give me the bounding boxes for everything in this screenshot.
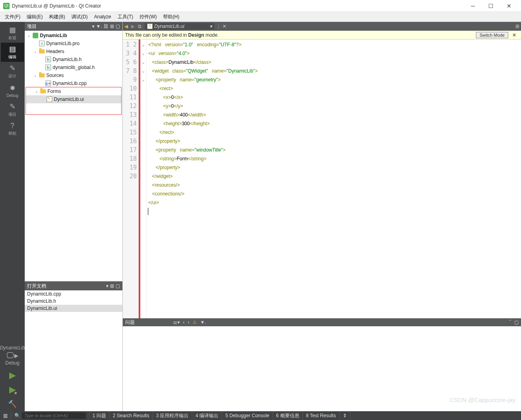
menu-widgets[interactable]: 控件(W) (136, 12, 160, 22)
maximize-button[interactable]: ☐ (482, 0, 500, 12)
tree-header-file[interactable]: hdynamiclib_global.h (25, 63, 122, 71)
tree-headers-folder[interactable]: ⌄Headers (25, 47, 122, 55)
h-file-icon: h (45, 57, 51, 62)
open-docs-list[interactable]: DynamicLib.cpp DynamicLib.h DynamicLib.u… (25, 290, 122, 411)
nav-back-icon[interactable]: ◀ (124, 24, 128, 29)
code-content[interactable]: <?xml version="1.0" encoding="UTF-8"?> <… (147, 39, 521, 318)
toggle-sidebar-button[interactable]: ▥ (0, 411, 11, 420)
window-title: DynamicLib.ui @ DynamicLib - Qt Creator (12, 3, 464, 9)
status-compile[interactable]: 4 编译输出 (192, 411, 222, 420)
issues-pane[interactable] (123, 326, 521, 411)
link-icon[interactable]: ⛓ (104, 24, 108, 29)
expand-icon[interactable]: ▢ (116, 24, 120, 29)
menu-build[interactable]: 构建(B) (46, 12, 68, 22)
prev-issue-icon[interactable]: ‹ (183, 319, 185, 325)
help-icon: ? (10, 122, 14, 130)
minimize-pane-icon[interactable]: ˆ (509, 319, 511, 325)
warning-icon[interactable]: ⚠ (193, 319, 197, 325)
project-pane-title: 项目 (27, 23, 90, 30)
search-icon: 🔍 (14, 413, 20, 418)
split-icon[interactable]: ⊞ (515, 24, 519, 29)
open-doc-item[interactable]: DynamicLib.cpp (25, 290, 122, 298)
locator-input[interactable] (22, 412, 86, 419)
mode-projects[interactable]: ✎项目 (1, 100, 24, 119)
bug-icon: ✹ (10, 84, 16, 93)
kit-config: Debug (5, 360, 19, 366)
menu-file[interactable]: 文件(F) (2, 12, 24, 22)
menu-debug[interactable]: 调试(D) (68, 12, 91, 22)
app-icon: Qt (3, 3, 10, 9)
status-general[interactable]: 6 概要信息 (273, 411, 303, 420)
close-pane-icon[interactable]: ▢ (514, 319, 519, 325)
tree-forms-folder[interactable]: ⌄Forms (26, 87, 121, 95)
project-tree[interactable]: ⌄DynamicLib ≡DynamicLib.pro ⌄Headers hDy… (25, 31, 122, 281)
open-doc-item[interactable]: DynamicLib.h (25, 298, 122, 305)
line-number-gutter: 1 2 3 4 5 6 7 8 9 10 11 12 13 14 15 16 1… (123, 39, 139, 318)
tree-pro-file[interactable]: ≡DynamicLib.pro (25, 39, 122, 47)
status-search[interactable]: 2 Search Results (110, 411, 153, 420)
status-bar: ▥ 🔍 1 问题 2 Search Results 3 应用程序输出 4 编译输… (0, 411, 521, 420)
status-issues[interactable]: 1 问题 (89, 411, 110, 420)
tree-source-file[interactable]: c+DynamicLib.cpp (25, 79, 122, 87)
next-issue-icon[interactable]: › (188, 319, 189, 325)
ui-file-icon (47, 97, 52, 102)
dropdown-icon[interactable]: ▾ (106, 283, 108, 289)
nav-fwd-icon[interactable]: ▶ (131, 24, 135, 29)
title-bar: Qt DynamicLib.ui @ DynamicLib - Qt Creat… (0, 0, 521, 12)
ui-file-icon (147, 24, 153, 29)
editor-toolbar: ◀ ▶ ⧉ DynamicLib.ui ▾ | ✕ ⊞ (123, 22, 521, 31)
warn-text-suffix: mode. (204, 32, 219, 38)
edit-icon: ▤ (9, 45, 16, 53)
warn-text-bold: Design (188, 32, 204, 38)
readonly-warning: This file can only be edited in Design m… (123, 31, 521, 39)
mode-design[interactable]: ✎设计 (1, 62, 24, 81)
status-debugger[interactable]: 5 Debugger Console (222, 411, 273, 420)
minimize-button[interactable]: ─ (464, 0, 482, 12)
file-selector[interactable]: DynamicLib.ui ▾ (145, 23, 214, 30)
close-warning-icon[interactable]: ✕ (510, 32, 519, 38)
dropdown-icon[interactable]: ▾ (92, 24, 94, 29)
grid-icon: ▦ (9, 26, 16, 34)
pencil-icon: ✎ (10, 64, 16, 73)
add-split-icon[interactable]: ⊞ (110, 24, 114, 29)
kit-project: DynamicLib (0, 345, 25, 351)
open-doc-item[interactable]: DynamicLib.ui (25, 305, 122, 312)
tree-root[interactable]: ⌄DynamicLib (25, 32, 122, 39)
mode-help[interactable]: ?帮助 (1, 119, 24, 138)
menu-tools[interactable]: 工具(T) (114, 12, 136, 22)
tree-header-file[interactable]: hDynamicLib.h (25, 55, 122, 63)
menu-analyze[interactable]: Analyze (91, 13, 114, 21)
mode-edit[interactable]: ▤编辑 (1, 43, 24, 62)
build-button[interactable]: 🔨 (4, 397, 20, 411)
add-split-icon[interactable]: ⊞ (110, 283, 114, 289)
close-doc-icon[interactable]: ✕ (222, 24, 226, 29)
bookmark-icon[interactable]: ⧉ (138, 24, 142, 29)
status-tests[interactable]: 8 Test Results (303, 411, 340, 420)
locator[interactable]: 🔍 (11, 411, 89, 420)
run-debug-button[interactable]: ▶✹ (4, 383, 20, 397)
run-button[interactable]: ▶ (4, 368, 20, 383)
kit-selector[interactable]: DynamicLib 🖵▸ Debug (1, 343, 24, 368)
mode-welcome[interactable]: ▦欢迎 (1, 24, 24, 43)
filter-icon[interactable]: ▼. (96, 24, 102, 29)
filter-icon[interactable]: ⚌▾ (173, 319, 180, 325)
mode-debug[interactable]: ✹Debug (1, 81, 24, 100)
fold-column[interactable]: ⌄ ⌄ ⌄ ⌄ ⌄ (140, 39, 147, 318)
status-appoutput[interactable]: 3 应用程序输出 (153, 411, 192, 420)
monitor-icon: 🖵▸ (6, 351, 18, 360)
menu-help[interactable]: 帮助(H) (160, 12, 183, 22)
switch-mode-button[interactable]: Switch Mode (476, 32, 508, 38)
issues-header: 问题 ⚌▾ ‹ › ⚠ ▼. ˆ ▢ (123, 318, 521, 326)
tree-sources-folder[interactable]: ⌄Sources (25, 71, 122, 79)
wrench-icon: ✎ (10, 102, 16, 111)
expand-icon[interactable]: ▢ (116, 283, 120, 289)
menu-edit[interactable]: 编辑(E) (24, 12, 46, 22)
filter2-icon[interactable]: ▼. (200, 319, 206, 325)
folder-icon (39, 49, 45, 54)
tree-form-file[interactable]: DynamicLib.ui (26, 95, 121, 103)
mode-bar: ▦欢迎 ▤编辑 ✎设计 ✹Debug ✎项目 ?帮助 DynamicLib 🖵▸… (0, 22, 25, 411)
folder-icon (40, 89, 46, 94)
code-editor[interactable]: 1 2 3 4 5 6 7 8 9 10 11 12 13 14 15 16 1… (123, 39, 521, 318)
status-more[interactable]: ⇕ (340, 411, 350, 420)
close-button[interactable]: ✕ (500, 0, 518, 12)
